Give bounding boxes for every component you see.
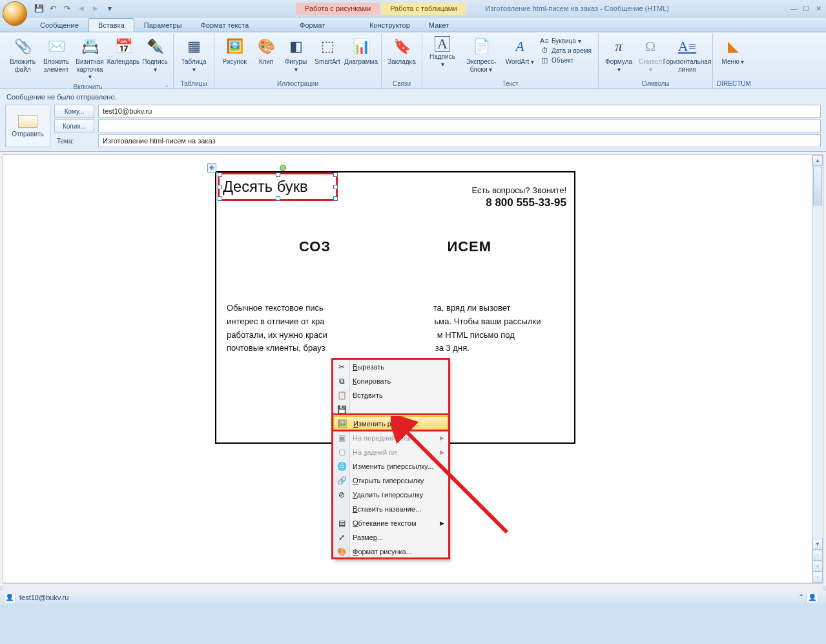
ctx-change-picture[interactable]: 🖼️Изменить рисунок...	[333, 416, 448, 431]
picture-icon: 🖼️	[224, 36, 245, 57]
browse-next-button[interactable]: ◦	[812, 572, 823, 583]
ctx-open-hyperlink[interactable]: 🔗Открыть гиперссылку	[333, 473, 448, 488]
close-button[interactable]: ✕	[813, 5, 823, 13]
business-card-button[interactable]: 📇Визитная карточка ▾	[74, 35, 106, 82]
email-body-text: Обычное текстовое письта, вряд ли вызове…	[227, 302, 564, 355]
textbox-button[interactable]: AНадпись ▾	[426, 35, 459, 69]
smartart-button[interactable]: ⬚SmartArt	[311, 35, 344, 67]
hline-icon: A≡	[677, 36, 697, 57]
symbol-button[interactable]: ΩСимвол ▾	[636, 35, 665, 74]
next-icon[interactable]: ►	[90, 3, 101, 14]
browse-object-button[interactable]: ○	[812, 561, 823, 572]
size-icon: ⤢	[336, 532, 347, 543]
card-icon: 📇	[79, 36, 100, 57]
tab-message[interactable]: Сообщение	[31, 19, 88, 32]
cut-icon: ✂	[336, 362, 347, 372]
maximize-button[interactable]: ☐	[801, 5, 811, 13]
resize-handle[interactable]	[218, 196, 222, 201]
clip-button[interactable]: 🎨Клип	[252, 35, 280, 67]
move-handle-icon[interactable]: ✥	[207, 163, 216, 172]
attach-file-button[interactable]: 📎Вложить файл	[6, 35, 39, 74]
prev-icon[interactable]: ◄	[76, 3, 87, 14]
undo-icon[interactable]: ↶	[48, 3, 58, 14]
ctx-size[interactable]: ⤢Размер...	[333, 530, 448, 545]
ctx-format-picture[interactable]: 🎨Формат рисунка...	[333, 545, 448, 559]
calendar-button[interactable]: 📅Календарь	[107, 35, 139, 67]
chart-icon: 📊	[351, 36, 371, 57]
signature-button[interactable]: ✒️Подпись ▾	[141, 35, 169, 74]
bring-front-icon: ▣	[336, 433, 347, 443]
resize-handle[interactable]	[218, 185, 222, 189]
shapes-button[interactable]: ◧Фигуры ▾	[282, 35, 310, 74]
subject-field[interactable]	[98, 134, 821, 147]
rotate-handle[interactable]	[280, 165, 286, 171]
horizontal-scrollbar[interactable]	[3, 583, 823, 594]
tab-layout[interactable]: Макет	[420, 19, 458, 32]
ribbon: 📎Вложить файл ✉️Вложить элемент 📇Визитна…	[0, 32, 826, 89]
send-button[interactable]: Отправить	[5, 105, 50, 147]
ctx-remove-hyperlink[interactable]: ⊘Удалить гиперссылку	[333, 488, 448, 502]
email-headline: СОЗДАНИЕ HTML-ПИСЕМ	[216, 238, 574, 255]
resize-handle[interactable]	[333, 196, 338, 201]
editor-canvas[interactable]: ✥ Десять букв Есть вопросы? Звоните! 8 8…	[3, 154, 823, 583]
qat-dropdown-icon[interactable]: ▾	[105, 3, 115, 14]
ctx-edit-hyperlink[interactable]: 🌐Изменить гиперссылку...	[333, 459, 448, 473]
tab-constructor[interactable]: Конструктор	[360, 19, 419, 32]
datetime-button[interactable]: ⏱Дата и время	[540, 46, 592, 55]
attach-item-button[interactable]: ✉️Вложить элемент	[40, 35, 72, 74]
ctx-cut[interactable]: ✂Вырезать	[333, 360, 448, 374]
ctx-copy[interactable]: ⧉Копировать	[333, 374, 448, 388]
picture-button[interactable]: 🖼️Рисунок	[218, 35, 251, 67]
browse-prev-button[interactable]: ◦	[812, 550, 823, 561]
save-icon[interactable]: 💾	[34, 3, 44, 14]
envelope-icon: ✉️	[46, 36, 67, 57]
to-button[interactable]: Кому...	[54, 105, 94, 118]
chart-button[interactable]: 📊Диаграмма	[345, 35, 377, 67]
context-tab-tables[interactable]: Работа с таблицами	[381, 3, 466, 15]
selected-image[interactable]: Десять букв	[220, 175, 335, 198]
status-email: test10@bukv.ru	[19, 594, 68, 601]
quickparts-icon: 📄	[471, 36, 491, 57]
ctx-paste[interactable]: 📋Вставить	[333, 388, 448, 402]
dropcap-button[interactable]: A≡Буквица ▾	[540, 36, 592, 45]
context-tab-pictures[interactable]: Работа с рисунками	[296, 3, 380, 15]
tab-format-text[interactable]: Формат текста	[191, 19, 258, 32]
vertical-scrollbar[interactable]: ▲ ▼ ◦ ○ ◦	[812, 155, 823, 583]
clip-icon: 🎨	[256, 36, 276, 57]
resize-handle[interactable]	[333, 172, 338, 177]
hline-button[interactable]: A≡Горизонтальная линия	[666, 35, 708, 74]
tab-parameters[interactable]: Параметры	[135, 19, 191, 32]
tab-format[interactable]: Формат	[291, 19, 334, 32]
equation-button[interactable]: πФормула ▾	[603, 35, 635, 74]
group-tables-label: Таблицы	[178, 79, 210, 88]
table-icon: ▦	[183, 36, 204, 57]
resize-handle[interactable]	[276, 172, 280, 177]
not-sent-notice: Сообщение не было отправлено.	[5, 92, 821, 105]
directum-menu-button[interactable]: ◣Меню ▾	[717, 35, 749, 67]
ctx-insert-caption[interactable]: Вставить название...	[333, 502, 448, 516]
resize-handle[interactable]	[276, 196, 280, 201]
object-button[interactable]: ◫Объект	[540, 56, 592, 65]
scroll-down-button[interactable]: ▼	[812, 539, 823, 550]
wordart-button[interactable]: AWordArt ▾	[504, 35, 536, 67]
scroll-thumb[interactable]	[813, 167, 822, 205]
shapes-icon: ◧	[285, 36, 306, 57]
cc-button[interactable]: Копия...	[54, 119, 94, 132]
object-icon: ◫	[540, 56, 549, 65]
redo-icon[interactable]: ↷	[62, 3, 72, 14]
office-button[interactable]	[3, 1, 27, 26]
cc-field[interactable]	[98, 119, 821, 132]
quick-parts-button[interactable]: 📄Экспресс-блоки ▾	[460, 35, 502, 74]
tab-insert[interactable]: Вставка	[88, 18, 134, 32]
bookmark-button[interactable]: 🔖Закладка	[386, 35, 418, 67]
ctx-text-wrap[interactable]: ▤Обтекание текстом▶	[333, 516, 448, 530]
resize-handle[interactable]	[218, 172, 222, 177]
resize-handle[interactable]	[333, 185, 338, 189]
minimize-button[interactable]: —	[789, 5, 799, 13]
table-button[interactable]: ▦Таблица ▾	[178, 35, 210, 74]
wordart-icon: A	[510, 36, 530, 57]
bookmark-icon: 🔖	[391, 36, 412, 57]
scroll-up-button[interactable]: ▲	[812, 155, 823, 166]
ctx-disabled-row: 💾	[333, 402, 448, 417]
to-field[interactable]	[98, 105, 821, 118]
